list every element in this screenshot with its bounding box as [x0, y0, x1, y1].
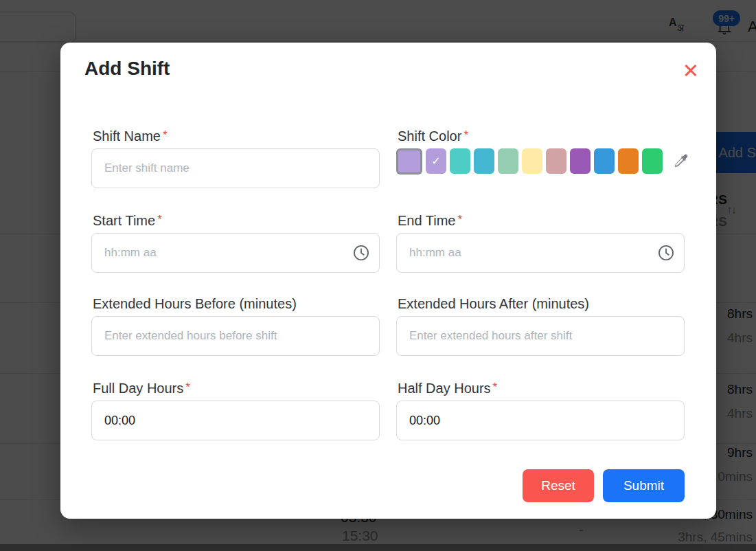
start-time-field: Start Time*	[91, 210, 380, 273]
full-day-hours-label: Full Day Hours*	[93, 378, 380, 398]
end-time-input[interactable]	[396, 233, 685, 273]
end-time-field: End Time*	[396, 210, 685, 273]
color-swatch[interactable]	[450, 148, 470, 174]
color-swatch[interactable]	[546, 148, 566, 174]
color-swatch[interactable]	[498, 148, 518, 174]
color-swatch[interactable]	[618, 148, 639, 174]
shift-color-field: Shift Color* ✓	[396, 126, 685, 188]
label-text: Half Day Hours	[398, 381, 491, 396]
shift-color-label: Shift Color*	[398, 126, 685, 146]
full-day-hours-field: Full Day Hours*	[91, 378, 380, 440]
extended-hours-after-input[interactable]	[396, 316, 685, 356]
label-text: Extended Hours After (minutes)	[398, 296, 589, 311]
extended-hours-after-label: Extended Hours After (minutes)	[398, 295, 685, 313]
end-time-label: End Time*	[398, 210, 685, 230]
reset-button[interactable]: Reset	[523, 469, 594, 502]
start-time-label: Start Time*	[93, 210, 380, 230]
extended-hours-before-field: Extended Hours Before (minutes)	[91, 295, 380, 356]
label-text: Extended Hours Before (minutes)	[93, 296, 297, 311]
color-swatch[interactable]	[522, 148, 542, 174]
extended-hours-before-label: Extended Hours Before (minutes)	[93, 295, 380, 313]
color-swatch[interactable]: ✓	[426, 148, 446, 174]
color-swatch-row: ✓	[396, 148, 685, 175]
required-asterisk: *	[457, 213, 462, 226]
label-text: End Time	[398, 213, 455, 228]
full-day-hours-input[interactable]	[91, 401, 380, 440]
required-asterisk: *	[185, 381, 190, 394]
extended-hours-after-field: Extended Hours After (minutes)	[396, 295, 685, 356]
label-text: Full Day Hours	[93, 381, 183, 396]
check-icon: ✓	[431, 155, 440, 168]
add-shift-form: Shift Name* Shift Color* ✓	[91, 126, 685, 462]
eyedropper-icon[interactable]	[672, 153, 689, 172]
clock-icon[interactable]	[352, 244, 370, 262]
half-day-hours-field: Half Day Hours*	[396, 378, 685, 440]
half-day-hours-label: Half Day Hours*	[398, 378, 685, 398]
selected-color-preview	[396, 148, 422, 175]
required-asterisk: *	[493, 381, 498, 394]
label-text: Start Time	[93, 213, 155, 228]
modal-title: Add Shift	[84, 58, 170, 80]
required-asterisk: *	[157, 213, 162, 226]
color-swatch[interactable]	[474, 148, 494, 174]
required-asterisk: *	[163, 128, 168, 142]
modal-actions: Reset Submit	[523, 469, 685, 502]
color-swatch[interactable]	[642, 148, 663, 174]
half-day-hours-input[interactable]	[396, 401, 685, 440]
extended-hours-before-input[interactable]	[91, 316, 380, 356]
label-text: Shift Color	[398, 128, 461, 144]
label-text: Shift Name	[93, 128, 161, 144]
shift-name-field: Shift Name*	[91, 126, 380, 188]
add-shift-modal: Add Shift ✕ Shift Name* Shift Color* ✓	[60, 43, 716, 519]
color-swatch[interactable]	[570, 148, 591, 174]
required-asterisk: *	[463, 128, 468, 142]
close-icon[interactable]: ✕	[679, 59, 702, 82]
color-swatch[interactable]	[594, 148, 615, 174]
clock-icon[interactable]	[657, 244, 675, 262]
shift-name-input[interactable]	[91, 148, 380, 188]
submit-button[interactable]: Submit	[603, 469, 685, 502]
start-time-input[interactable]	[91, 233, 380, 273]
shift-name-label: Shift Name*	[93, 126, 380, 146]
